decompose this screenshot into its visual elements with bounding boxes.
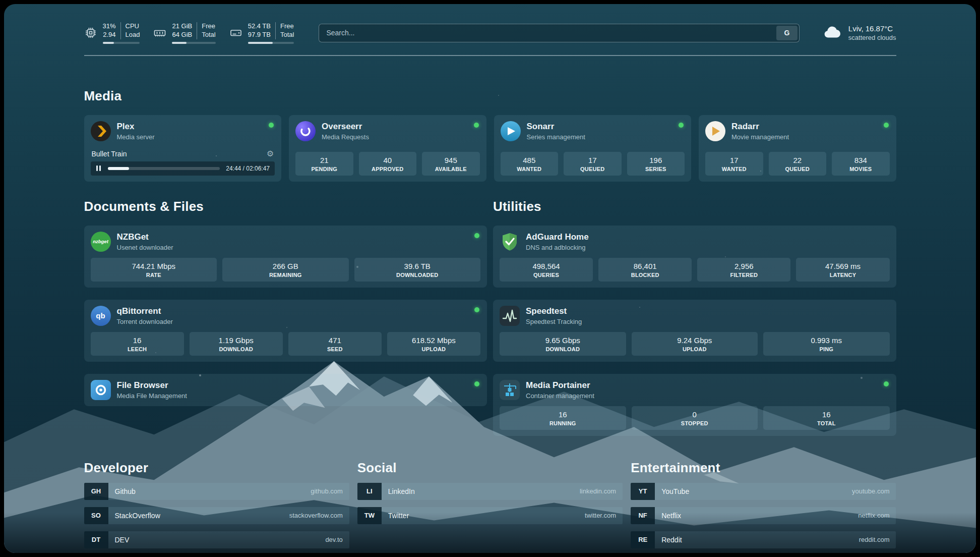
app-name: Radarr	[731, 122, 789, 132]
app-name: Media Portainer	[526, 380, 594, 391]
adguard-shield-icon	[500, 232, 520, 252]
tile-queued: 17QUEUED	[564, 152, 622, 176]
cpu-label: CPU	[126, 22, 140, 31]
card-overseerr[interactable]: Overseerr Media Requests 21PENDING 40APP…	[289, 115, 486, 182]
bookmark-stackoverflow[interactable]: SO StackOverflow stackoverflow.com	[84, 507, 349, 524]
ram-usage-bar	[172, 42, 215, 44]
ram-total-label: Total	[202, 31, 215, 39]
plex-icon	[91, 121, 111, 141]
disk-icon	[229, 26, 242, 39]
app-name: File Browser	[117, 380, 187, 391]
cpu-load-label: Load	[126, 31, 140, 39]
tile-seed: 471SEED	[288, 332, 382, 356]
settings-gear-icon[interactable]: ⚙	[267, 150, 274, 158]
status-dot	[474, 381, 479, 386]
app-name: qBittorrent	[117, 306, 173, 316]
utilities-column: Utilities AdGuard Home	[493, 199, 896, 436]
playback-time: 24:44 / 02:06:47	[226, 165, 270, 172]
bookmarks-grid: Developer GH Github github.com SO StackO…	[84, 460, 896, 548]
status-dot	[884, 123, 889, 128]
app-name: AdGuard Home	[526, 232, 589, 242]
card-filebrowser[interactable]: File Browser Media File Management	[84, 374, 487, 406]
status-dot	[679, 123, 684, 128]
status-dot	[474, 307, 479, 312]
app-desc: Media Requests	[322, 133, 369, 141]
card-plex[interactable]: Plex Media server Bullet Train ⚙ 24:44 /…	[84, 115, 282, 182]
app-desc: Torrent downloader	[117, 318, 173, 325]
memory-icon	[153, 26, 166, 39]
bookmark-netflix[interactable]: NF Netflix netflix.com	[631, 507, 896, 524]
app-name: Overseerr	[322, 122, 369, 132]
cpu-percent: 31%	[103, 22, 116, 31]
tile-movies: 834MOVIES	[832, 152, 890, 176]
search-input[interactable]	[319, 29, 774, 37]
card-radarr[interactable]: Radarr Movie management 17WANTED 22QUEUE…	[699, 115, 896, 182]
section-title-developer: Developer	[84, 460, 349, 476]
app-desc: Container management	[526, 392, 594, 400]
ram-free-label: Free	[202, 22, 215, 31]
app-desc: Series management	[527, 133, 585, 141]
speedtest-icon	[500, 306, 520, 326]
ram-free-value: 21 GiB	[172, 22, 192, 31]
app-desc: Speedtest Tracking	[526, 318, 582, 325]
bookmark-reddit[interactable]: RE Reddit reddit.com	[631, 531, 896, 548]
search-engine-button[interactable]: G	[776, 26, 798, 40]
search-bar: G	[319, 24, 799, 42]
tile-download: 9.65 GbpsDOWNLOAD	[500, 332, 626, 356]
tile-series: 196SERIES	[627, 152, 685, 176]
tile-approved: 40APPROVED	[359, 152, 417, 176]
weather-location: Lviv, 16.87°C	[848, 24, 896, 33]
playback-progress-fill	[108, 167, 129, 170]
snow-specks	[4, 4, 5, 5]
section-title-documents: Documents & Files	[84, 199, 487, 214]
cpu-load-value: 2.94	[103, 31, 115, 39]
section-title-media: Media	[84, 88, 896, 104]
status-dot	[474, 233, 479, 238]
status-dot	[884, 381, 889, 386]
playback-progress-track[interactable]	[108, 167, 220, 170]
documents-column: Documents & Files nzbget NZBGet Usenet d…	[84, 199, 487, 436]
tile-wanted: 485WANTED	[501, 152, 559, 176]
bookmark-linkedin[interactable]: LI LinkedIn linkedin.com	[357, 483, 623, 500]
tile-pending: 21PENDING	[295, 152, 353, 176]
tile-leech: 16LEECH	[91, 332, 184, 356]
media-card-grid: Plex Media server Bullet Train ⚙ 24:44 /…	[84, 115, 896, 182]
card-nzbget[interactable]: nzbget NZBGet Usenet downloader 744.21 M…	[84, 226, 487, 288]
bookmark-youtube[interactable]: YT YouTube youtube.com	[631, 483, 896, 500]
tile-total: 16TOTAL	[763, 406, 890, 430]
card-adguard[interactable]: AdGuard Home DNS and adblocking 498,564Q…	[493, 226, 896, 288]
tile-upload: 9.24 GbpsUPLOAD	[632, 332, 758, 356]
bookmarks-developer: Developer GH Github github.com SO StackO…	[84, 460, 349, 548]
card-qbittorrent[interactable]: qb qBittorrent Torrent downloader 16LEEC…	[84, 300, 487, 362]
bookmark-github[interactable]: GH Github github.com	[84, 483, 349, 500]
section-title-utilities: Utilities	[493, 199, 896, 214]
plex-player-bar: 24:44 / 02:06:47	[91, 161, 275, 176]
radarr-icon	[705, 121, 725, 141]
tile-queued: 22QUEUED	[769, 152, 827, 176]
app-name: NZBGet	[117, 232, 173, 242]
nzbget-icon: nzbget	[91, 232, 111, 252]
tile-wanted: 17WANTED	[705, 152, 763, 176]
card-portainer[interactable]: Media Portainer Container management 16R…	[493, 374, 896, 436]
card-sonarr[interactable]: Sonarr Series management 485WANTED 17QUE…	[494, 115, 692, 182]
ram-total-value: 64 GiB	[172, 31, 192, 39]
tile-download: 1.19 GbpsDOWNLOAD	[190, 332, 283, 356]
tile-downloaded: 39.6 TBDOWNLOADED	[354, 258, 481, 282]
disk-total-label: Total	[280, 31, 294, 39]
bookmark-dev[interactable]: DT DEV dev.to	[84, 531, 349, 548]
cloud-icon	[823, 26, 842, 40]
dashboard-screen: 31% 2.94 CPU Load	[4, 4, 976, 553]
now-playing-title: Bullet Train	[92, 150, 127, 158]
bookmark-twitter[interactable]: TW Twitter twitter.com	[357, 507, 623, 524]
bookmarks-entertainment: Entertainment YT YouTube youtube.com NF …	[631, 460, 896, 548]
app-desc: Media File Management	[117, 392, 187, 400]
tile-latency: 47.569 msLATENCY	[796, 258, 889, 282]
pause-icon[interactable]	[96, 165, 102, 171]
app-desc: DNS and adblocking	[526, 244, 589, 251]
tile-queries: 498,564QUERIES	[500, 258, 593, 282]
cpu-chip-icon	[84, 26, 97, 39]
card-speedtest[interactable]: Speedtest Speedtest Tracking 9.65 GbpsDO…	[493, 300, 896, 362]
status-dot	[474, 123, 479, 128]
app-desc: Usenet downloader	[117, 244, 173, 251]
portainer-crane-icon	[500, 380, 520, 400]
